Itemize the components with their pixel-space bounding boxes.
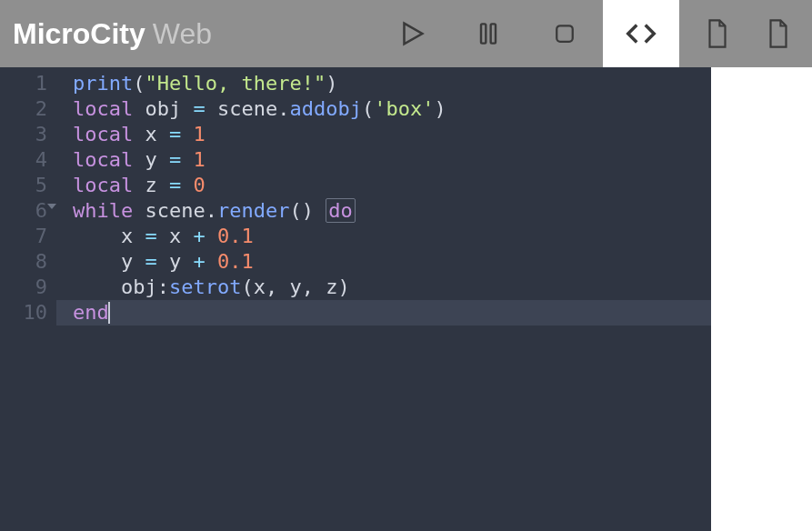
- code-icon: [624, 16, 658, 51]
- line-number: 3: [0, 122, 47, 147]
- fold-marker-icon[interactable]: [47, 204, 56, 209]
- code-token: 1: [193, 123, 205, 145]
- code-token: y: [145, 148, 169, 171]
- code-token: =: [169, 148, 194, 171]
- code-token: render: [217, 199, 289, 222]
- code-token: (): [289, 199, 326, 222]
- code-token: :: [157, 276, 169, 298]
- code-token: y: [169, 250, 194, 273]
- code-token: ,: [302, 276, 326, 298]
- code-editor[interactable]: 12345678910 print("Hello, there!")local …: [0, 67, 711, 531]
- new-file-button[interactable]: [756, 0, 799, 67]
- code-token: =: [169, 123, 194, 145]
- code-line[interactable]: local x = 1: [73, 122, 711, 147]
- code-token: .: [277, 97, 289, 120]
- line-number: 2: [0, 96, 47, 122]
- code-token: y: [73, 250, 145, 273]
- code-token: while: [73, 199, 145, 222]
- code-token: x: [145, 123, 169, 145]
- toolbar: [374, 0, 799, 67]
- code-token: obj: [73, 276, 157, 298]
- stop-button[interactable]: [526, 0, 603, 67]
- code-token: 1: [193, 148, 205, 171]
- pause-icon: [474, 19, 503, 48]
- code-token: local: [73, 148, 145, 171]
- file-button[interactable]: [679, 0, 756, 67]
- code-line[interactable]: local z = 0: [73, 173, 711, 198]
- code-token: setrot: [169, 276, 241, 298]
- code-token: print: [73, 72, 133, 95]
- svg-marker-0: [405, 24, 423, 45]
- code-token: end: [73, 301, 109, 324]
- brand-suffix: Web: [153, 17, 212, 51]
- code-token: z: [145, 174, 169, 196]
- code-token: =: [145, 225, 169, 247]
- text-cursor: [108, 302, 110, 324]
- code-token: (: [362, 97, 374, 120]
- line-number: 9: [0, 275, 47, 300]
- code-token: .: [206, 199, 217, 222]
- code-token: +: [193, 250, 217, 273]
- line-number: 6: [0, 198, 47, 224]
- line-number: 8: [0, 249, 47, 275]
- code-token: (: [133, 72, 145, 95]
- code-token: x: [254, 276, 266, 298]
- code-token: =: [145, 250, 169, 273]
- preview-pane: [711, 67, 812, 531]
- main-area: 12345678910 print("Hello, there!")local …: [0, 67, 812, 531]
- code-token: y: [289, 276, 301, 298]
- code-token: 0.1: [217, 225, 254, 247]
- code-token: ): [337, 276, 349, 298]
- play-button[interactable]: [374, 0, 450, 67]
- code-token: 0: [193, 174, 205, 196]
- code-tab[interactable]: [603, 0, 679, 67]
- svg-rect-1: [481, 24, 486, 43]
- code-token: x: [169, 225, 194, 247]
- code-token: obj: [145, 97, 193, 120]
- code-content[interactable]: print("Hello, there!")local obj = scene.…: [56, 67, 711, 531]
- code-token: +: [193, 225, 217, 247]
- code-line[interactable]: y = y + 0.1: [73, 249, 711, 275]
- code-token: "Hello, there!": [145, 72, 326, 95]
- code-token: (: [241, 276, 253, 298]
- code-token: addobj: [289, 97, 361, 120]
- code-token: x: [73, 225, 145, 247]
- svg-rect-3: [556, 25, 573, 42]
- code-token: local: [73, 97, 145, 120]
- brand: MicroCity Web: [13, 17, 212, 51]
- line-number: 10: [0, 300, 47, 326]
- svg-rect-2: [491, 24, 496, 43]
- pause-button[interactable]: [450, 0, 526, 67]
- code-token: =: [193, 97, 217, 120]
- code-token: =: [169, 174, 194, 196]
- code-token: ): [326, 72, 337, 95]
- line-gutter: 12345678910: [0, 67, 56, 531]
- stop-icon: [551, 20, 578, 47]
- code-line[interactable]: while scene.render() do: [73, 198, 711, 224]
- code-line[interactable]: end: [73, 300, 711, 326]
- line-number: 5: [0, 173, 47, 198]
- code-token: ): [434, 97, 446, 120]
- code-line[interactable]: x = x + 0.1: [73, 224, 711, 249]
- code-token: scene: [145, 199, 205, 222]
- code-token: local: [73, 174, 145, 196]
- line-number: 1: [0, 71, 47, 96]
- code-token: do: [326, 198, 356, 223]
- file-icon: [704, 18, 731, 49]
- code-line[interactable]: local y = 1: [73, 147, 711, 173]
- app-root: MicroCity Web: [0, 0, 812, 531]
- line-number: 7: [0, 224, 47, 249]
- topbar: MicroCity Web: [0, 0, 812, 67]
- code-token: 'box': [374, 97, 434, 120]
- file-plus-icon: [765, 18, 792, 49]
- code-line[interactable]: local obj = scene.addobj('box'): [73, 96, 711, 122]
- code-token: local: [73, 123, 145, 145]
- code-line[interactable]: obj:setrot(x, y, z): [73, 275, 711, 300]
- code-line[interactable]: print("Hello, there!"): [73, 71, 711, 96]
- line-number: 4: [0, 147, 47, 173]
- code-token: ,: [266, 276, 290, 298]
- code-token: z: [326, 276, 337, 298]
- code-token: 0.1: [217, 250, 254, 273]
- code-token: scene: [217, 97, 277, 120]
- brand-name: MicroCity: [13, 17, 145, 51]
